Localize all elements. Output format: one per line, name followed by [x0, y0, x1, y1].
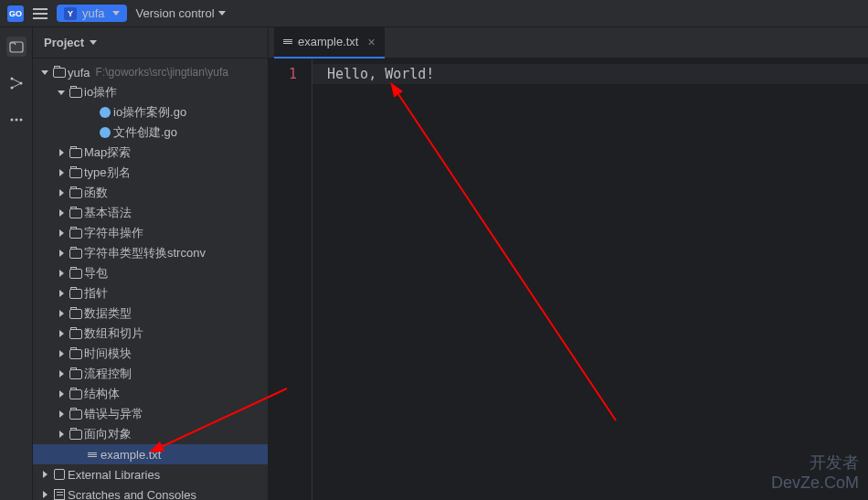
expand-arrow-icon[interactable]	[55, 370, 68, 378]
folder-icon	[68, 208, 84, 218]
expand-arrow-icon[interactable]	[55, 431, 68, 438]
folder-icon	[68, 289, 84, 299]
scratches-icon	[51, 489, 68, 500]
tree-item-label: 流程控制	[84, 366, 132, 382]
project-tool-button[interactable]	[6, 37, 26, 57]
tree-file[interactable]: io操作案例.go	[33, 102, 268, 122]
tree-item-label: 错误与异常	[84, 406, 143, 422]
tree-item-label: Map探索	[84, 144, 131, 161]
tree-item-label: 时间模块	[84, 346, 132, 362]
folder-icon	[68, 229, 84, 239]
more-tool-button[interactable]	[6, 110, 26, 130]
expand-arrow-icon[interactable]	[55, 270, 68, 277]
tree-folder[interactable]: 函数	[33, 183, 268, 203]
project-selector[interactable]: Y yufa	[57, 5, 127, 22]
go-file-icon	[97, 107, 113, 118]
svg-point-6	[19, 119, 22, 122]
folder-icon	[68, 188, 84, 198]
tree-file-example[interactable]: example.txt	[33, 444, 268, 464]
tree-folder[interactable]: 基本语法	[33, 203, 268, 223]
project-tree[interactable]: yufa F:\goworks\src\jingtian\yufa io操作 i…	[33, 59, 268, 500]
structure-tool-button[interactable]	[6, 73, 26, 93]
tree-folder[interactable]: 时间模块	[33, 344, 268, 364]
svg-point-5	[15, 119, 17, 122]
close-tab-icon[interactable]: ×	[367, 35, 375, 49]
tree-folder[interactable]: 字符串操作	[33, 223, 268, 243]
expand-arrow-icon[interactable]	[55, 229, 68, 237]
tree-item-label: type别名	[84, 165, 131, 181]
folder-icon	[68, 389, 84, 399]
tree-scratches[interactable]: Scratches and Consoles	[33, 484, 268, 500]
expand-arrow-icon[interactable]	[55, 90, 68, 95]
folder-icon	[51, 68, 68, 78]
tree-folder[interactable]: 结构体	[33, 384, 268, 404]
tree-item-label: example.txt	[101, 448, 161, 462]
editor-tab-example[interactable]: example.txt ×	[274, 27, 385, 59]
folder-icon	[68, 269, 84, 279]
expand-arrow-icon[interactable]	[55, 350, 68, 357]
tree-root-path: F:\goworks\src\jingtian\yufa	[96, 66, 228, 79]
main-menu-button[interactable]	[33, 8, 48, 19]
tree-root[interactable]: yufa F:\goworks\src\jingtian\yufa	[33, 62, 268, 82]
tree-item-label: External Libraries	[68, 468, 160, 482]
tree-folder[interactable]: 流程控制	[33, 364, 268, 384]
tree-item-label: 文件创建.go	[113, 124, 177, 141]
expand-arrow-icon[interactable]	[55, 169, 68, 176]
tree-item-label: 面向对象	[84, 426, 132, 442]
tree-folder[interactable]: 指针	[33, 283, 268, 303]
tree-folder-io[interactable]: io操作	[33, 82, 268, 102]
expand-arrow-icon[interactable]	[55, 330, 68, 337]
tree-file[interactable]: 文件创建.go	[33, 122, 268, 143]
svg-point-4	[10, 119, 13, 122]
vcs-menu[interactable]: Version control	[136, 6, 226, 20]
tree-item-label: 导包	[84, 265, 108, 282]
expand-arrow-icon[interactable]	[38, 471, 51, 478]
watermark: 开发者 DevZe.CoM	[771, 452, 859, 493]
expand-arrow-icon[interactable]	[55, 390, 68, 398]
folder-icon	[68, 430, 84, 440]
tree-root-label: yufa	[68, 66, 90, 80]
tree-item-label: 字符串操作	[84, 225, 143, 241]
editor-area[interactable]: 1 Hello, World!	[269, 59, 868, 500]
tree-external-libraries[interactable]: External Libraries	[33, 464, 268, 484]
svg-rect-0	[10, 42, 23, 52]
tree-item-label: 基本语法	[84, 205, 132, 221]
tree-folder[interactable]: 导包	[33, 263, 268, 283]
text-file-icon	[84, 452, 101, 457]
tree-folder[interactable]: 面向对象	[33, 424, 268, 444]
project-panel-title: Project	[44, 36, 84, 49]
tree-item-label: 结构体	[84, 386, 120, 402]
expand-arrow-icon[interactable]	[55, 209, 68, 217]
vcs-label: Version control	[136, 6, 215, 20]
folder-icon	[68, 410, 84, 420]
project-name: yufa	[82, 6, 105, 20]
expand-arrow-icon[interactable]	[55, 290, 68, 297]
expand-arrow-icon[interactable]	[55, 410, 68, 418]
folder-icon	[68, 148, 84, 158]
gutter: 1	[269, 59, 312, 500]
expand-arrow-icon[interactable]	[55, 189, 68, 197]
expand-arrow-icon[interactable]	[38, 491, 51, 498]
folder-icon	[68, 88, 84, 98]
folder-icon	[68, 249, 84, 259]
go-file-icon	[97, 127, 113, 138]
chevron-down-icon	[112, 11, 120, 16]
tab-label: example.txt	[298, 35, 358, 48]
tree-folder[interactable]: 数据类型	[33, 303, 268, 324]
folder-icon	[68, 309, 84, 319]
folder-icon	[68, 369, 84, 379]
tree-folder[interactable]: 字符串类型转换strconv	[33, 243, 268, 263]
line-number: 1	[269, 64, 297, 84]
expand-arrow-icon[interactable]	[55, 310, 68, 317]
tree-item-label: 函数	[84, 185, 108, 201]
tree-folder[interactable]: type别名	[33, 163, 268, 183]
tree-folder[interactable]: 错误与异常	[33, 404, 268, 424]
project-badge-icon: Y	[64, 7, 77, 20]
project-panel-header[interactable]: Project	[33, 27, 268, 59]
expand-arrow-icon[interactable]	[38, 70, 51, 75]
tree-folder[interactable]: Map探索	[33, 143, 268, 163]
tree-item-label: 数组和切片	[84, 325, 143, 342]
expand-arrow-icon[interactable]	[55, 250, 68, 257]
tree-folder[interactable]: 数组和切片	[33, 324, 268, 344]
expand-arrow-icon[interactable]	[55, 149, 68, 156]
